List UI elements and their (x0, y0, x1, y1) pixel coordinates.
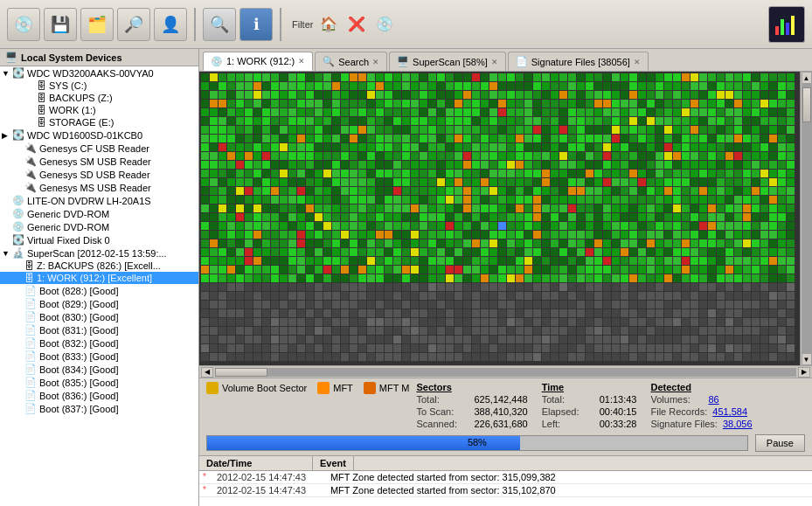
legend: Volume Boot Sector MFT MFT M (206, 382, 409, 394)
event-event-header: Event (313, 456, 354, 470)
tree-item-wdc1[interactable]: ▼💽WDC WD3200AAKS-00VYA0 (0, 66, 198, 80)
sectors-col: Sectors Total: 625,142,448 To Scan: 388,… (416, 382, 527, 429)
left-label: Left: (542, 419, 594, 429)
detected-col: Detected Volumes: 86 File Records: 451,5… (650, 382, 752, 429)
progress-area: 58% Pause (199, 433, 812, 455)
tab-sigfiles-tab[interactable]: 📄Signature Files [38056]✕ (508, 52, 649, 71)
volumes-label: Volumes: (650, 394, 703, 405)
tree-item-boot835[interactable]: 📄Boot (835:) [Good] (0, 376, 198, 389)
tree-item-boot832[interactable]: 📄Boot (832:) [Good] (0, 336, 198, 350)
tree-item-sm[interactable]: 🔌Genesys SM USB Reader (0, 155, 198, 168)
tree-item-work_scan[interactable]: 🗄1: WORK (912:) [Excellent] (0, 272, 198, 284)
filter-disk-icon[interactable]: 💿 (372, 12, 397, 37)
horizontal-scrollbar[interactable]: ◀ ▶ (199, 365, 812, 378)
legend-mftm-label: MFT M (379, 383, 410, 393)
tab-search-tab[interactable]: 🔍Search✕ (315, 52, 387, 71)
sigfiles-value[interactable]: 38,056 (723, 419, 753, 429)
tree-item-boot831[interactable]: 📄Boot (831:) [Good] (0, 323, 198, 336)
event-rows: *2012-02-15 14:47:43MFT Zone detected st… (199, 471, 812, 497)
total-time-row: Total: 01:13:43 (542, 394, 637, 405)
tab-close-btn[interactable]: ✕ (634, 58, 641, 66)
total-time-label: Total: (542, 394, 594, 405)
tree-item-boot837[interactable]: 📄Boot (837:) [Good] (0, 402, 198, 415)
person-toolbar-icon[interactable]: 👤 (154, 8, 187, 41)
toolbar: 💿 💾 🗂️ 🔎 👤 🔍 ℹ Filter 🏠 ❌ 💿 (0, 0, 812, 49)
tree-item-boot829[interactable]: 📄Boot (829:) [Good] (0, 297, 198, 310)
tree-item-boot828[interactable]: 📄Boot (828:) [Good] (0, 284, 198, 297)
left-panel: 🖥️ Local System Devices ▼💽WDC WD3200AAKS… (0, 49, 199, 506)
sectors-header: Sectors (416, 382, 451, 392)
scroll-up-btn[interactable]: ▲ (802, 72, 812, 84)
sector-map-canvas (199, 72, 800, 365)
vertical-scrollbar[interactable]: ▲ ▼ (800, 72, 812, 365)
left-value: 00:33:28 (600, 419, 637, 429)
disk-toolbar-icon[interactable]: 💾 (44, 8, 77, 41)
scroll-down-btn[interactable]: ▼ (802, 353, 812, 365)
tree-item-cf[interactable]: 🔌Genesys CF USB Reader (0, 142, 198, 155)
tree-item-vfd[interactable]: 💽Virtual Fixed Disk 0 (0, 233, 198, 246)
chart-toolbar-icon[interactable] (768, 6, 805, 43)
hscroll-thumb[interactable] (215, 368, 267, 377)
tree-item-z_backups[interactable]: 🗄Z: BACKUPS (826:) [Excell... (0, 260, 198, 272)
detected-header-row: Detected (650, 382, 752, 392)
event-marker: * (199, 485, 210, 496)
tab-close-btn[interactable]: ✕ (372, 58, 379, 66)
tab-icon: 💿 (211, 56, 223, 67)
filter-home-icon[interactable]: 🏠 (316, 12, 341, 37)
filter-remove-icon[interactable]: ❌ (344, 12, 369, 37)
event-text: MFT Zone detected started from sector: 3… (323, 472, 563, 482)
progress-bar: 58% (206, 435, 748, 451)
hscroll-right-btn[interactable]: ▶ (798, 367, 810, 378)
event-row-1: *2012-02-15 14:47:43MFT Zone detected st… (199, 484, 812, 497)
legend-vbs: Volume Boot Sector (206, 382, 307, 394)
folder-toolbar-icon[interactable]: 🗂️ (80, 8, 114, 41)
sector-map-container: ▲ ▼ (199, 72, 812, 365)
tree-item-work[interactable]: 🗄WORK (1:) (0, 104, 198, 116)
filerecords-label: File Records: (650, 406, 707, 417)
filerecords-row: File Records: 451,584 (650, 406, 752, 417)
tree-item-wdc2[interactable]: ▶💽WDC WD1600SD-01KCB0 (0, 128, 198, 142)
tree-item-boot834[interactable]: 📄Boot (834:) [Good] (0, 363, 198, 376)
total-sectors-row: Total: 625,142,448 (416, 394, 527, 405)
total-value: 625,142,448 (474, 394, 527, 405)
tree-item-ms[interactable]: 🔌Genesys MS USB Reader (0, 181, 198, 194)
event-datetime-header: Date/Time (199, 456, 313, 470)
time-header-row: Time (542, 382, 637, 392)
scanned-label: Scanned: (416, 419, 468, 429)
tab-work-tab[interactable]: 💿1: WORK (912:)✕ (203, 52, 313, 71)
svg-rect-3 (791, 16, 795, 35)
tree-item-storage[interactable]: 🗄STORAGE (E:) (0, 116, 198, 128)
tree-item-boot836[interactable]: 📄Boot (836:) [Good] (0, 389, 198, 402)
tree-item-sd[interactable]: 🔌Genesys SD USB Reader (0, 168, 198, 181)
drive-toolbar-icon[interactable]: 💿 (7, 8, 40, 41)
pause-button[interactable]: Pause (755, 434, 805, 452)
tab-superscan-tab[interactable]: 🖥️SuperScan [58%]✕ (389, 52, 506, 71)
sectors-header-row: Sectors (416, 382, 527, 392)
filerecords-value[interactable]: 451,584 (712, 406, 747, 417)
tab-icon: 🖥️ (397, 56, 409, 67)
event-marker: * (199, 472, 210, 482)
hscroll-left-btn[interactable]: ◀ (201, 367, 213, 378)
tree-item-dvdrom1[interactable]: 💿Generic DVD-ROM (0, 207, 198, 220)
stats-section: Sectors Total: 625,142,448 To Scan: 388,… (416, 382, 805, 429)
scroll-thumb[interactable] (802, 87, 811, 122)
tree-item-dvdrw[interactable]: 💿LITE-ON DVDRW LH-20A1S (0, 194, 198, 207)
tree-item-dvdrom2[interactable]: 💿Generic DVD-ROM (0, 220, 198, 233)
tree-item-superscan[interactable]: ▼🔬SuperScan [2012-02-15 13:59:... (0, 246, 198, 260)
lens-toolbar-icon[interactable]: 🔎 (117, 8, 150, 41)
tree-item-boot830[interactable]: 📄Boot (830:) [Good] (0, 310, 198, 323)
search-toolbar-icon[interactable]: 🔍 (203, 8, 236, 41)
info-toolbar-icon[interactable]: ℹ (239, 8, 273, 41)
tab-icon: 📄 (516, 56, 528, 67)
tree-item-backups[interactable]: 🗄BACKUPS (Z:) (0, 92, 198, 104)
device-tree[interactable]: ▼💽WDC WD3200AAKS-00VYA0🗄SYS (C:)🗄BACKUPS… (0, 66, 198, 506)
bottom-area: Volume Boot Sector MFT MFT M (199, 378, 812, 455)
scroll-track (802, 84, 812, 353)
tab-close-btn[interactable]: ✕ (298, 57, 305, 66)
tree-item-boot833[interactable]: 📄Boot (833:) [Good] (0, 350, 198, 363)
volumes-value[interactable]: 86 (708, 394, 718, 405)
tab-close-btn[interactable]: ✕ (491, 58, 498, 66)
tree-item-sys[interactable]: 🗄SYS (C:) (0, 80, 198, 92)
event-log-header: Date/Time Event (199, 456, 812, 471)
toolbar-separator2 (280, 8, 281, 41)
